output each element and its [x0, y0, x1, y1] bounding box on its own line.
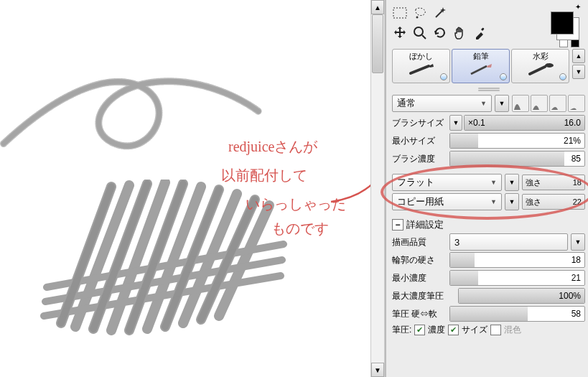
svg-line-25 — [471, 66, 487, 74]
slider-value: 85 — [571, 154, 581, 164]
hard-soft-slider[interactable]: 58 — [449, 306, 585, 322]
param-label: ブラシ濃度 — [392, 153, 449, 165]
pressure-curve-1[interactable] — [512, 95, 529, 112]
watercolor-thumb-icon — [526, 62, 555, 77]
swap-colors-icon[interactable]: ✦ — [575, 3, 581, 11]
pressure-label: 筆圧: — [392, 324, 411, 336]
quality-dropdown[interactable]: 3 — [449, 233, 568, 251]
quality-options[interactable]: ▼ — [571, 233, 585, 251]
rotate-icon[interactable] — [432, 25, 448, 41]
annotation-line1: redjuiceさんが — [228, 138, 317, 155]
pencil-thumb-icon — [467, 62, 495, 77]
eyedropper-icon[interactable] — [472, 25, 488, 41]
param-label: 最大濃度筆圧 — [392, 290, 458, 302]
pressure-curve-4[interactable] — [568, 95, 585, 112]
canvas[interactable]: redjuiceさんが 以前配付して いらっしゃった ものです — [0, 0, 382, 377]
brush-tab-label: ぼかし — [409, 51, 433, 62]
pressure-curve-2[interactable] — [531, 95, 548, 112]
texture-group: フラット ▼ ▼ 強さ 18 コピー用紙 ▼ ▼ 強さ 22 — [391, 169, 587, 215]
texture-options[interactable]: ▼ — [505, 193, 519, 210]
color-swatches[interactable]: ✦ — [546, 4, 579, 50]
brush-tab-watercolor[interactable]: 水彩 — [511, 49, 569, 83]
brush-tab-pencil[interactable]: 鉛筆 — [452, 49, 510, 83]
brush-size-options[interactable]: ▼ — [449, 115, 462, 131]
brush-shape-dropdown[interactable]: フラット ▼ — [392, 174, 502, 191]
brush-shape-strength-slider[interactable]: 強さ 18 — [522, 174, 585, 190]
vertical-scrollbar[interactable]: ▲ ▼ — [370, 0, 385, 377]
quality-value: 3 — [454, 237, 459, 248]
brush-shape-value: フラット — [397, 176, 434, 189]
hand-drawn-circle — [381, 164, 588, 220]
zoom-icon[interactable] — [412, 25, 428, 41]
texture-value: コピー用紙 — [397, 195, 444, 208]
param-quality: 描画品質 3 ▼ — [392, 234, 585, 250]
slider-value: 18 — [571, 255, 581, 265]
min-density-slider[interactable]: 21 — [449, 270, 585, 286]
param-label: 描画品質 — [392, 236, 449, 248]
svg-point-21 — [414, 27, 423, 36]
svg-point-27 — [545, 63, 554, 68]
brush-tab-label: 水彩 — [533, 51, 549, 62]
param-max-density-pressure: 最大濃度筆圧 100% — [392, 288, 585, 304]
density-slider[interactable]: 85 — [449, 151, 585, 167]
checkbox-density[interactable]: ✔ — [414, 325, 425, 335]
brush-size-slider[interactable]: ×0.116.0 — [464, 115, 585, 131]
param-edge-hardness: 輪郭の硬さ 18 — [392, 252, 585, 268]
scroll-up-button[interactable]: ▲ — [371, 0, 384, 14]
magic-wand-icon[interactable] — [432, 5, 448, 21]
tab-scroll-up[interactable]: ▲ — [572, 49, 585, 63]
svg-point-19 — [416, 17, 419, 19]
checkbox-size[interactable]: ✔ — [448, 325, 459, 335]
water-drop-icon — [500, 73, 507, 80]
foreground-color-swatch[interactable] — [551, 11, 574, 34]
chevron-down-icon: ▼ — [480, 100, 487, 107]
brush-tab-blur[interactable]: ぼかし — [392, 49, 450, 83]
min-size-slider[interactable]: 21% — [449, 133, 585, 149]
scroll-down-button[interactable]: ▼ — [371, 363, 384, 377]
svg-line-22 — [422, 35, 426, 39]
param-density: ブラシ濃度 85 — [392, 151, 585, 167]
tab-scroll-down[interactable]: ▼ — [572, 65, 585, 79]
texture-strength-slider[interactable]: 強さ 22 — [522, 194, 585, 210]
tool-panel: ✦ ぼかし 鉛筆 — [385, 0, 588, 377]
slider-value: 21 — [571, 273, 581, 283]
param-hard-soft: 筆圧 硬⇔軟 58 — [392, 306, 585, 322]
lasso-select-icon[interactable] — [412, 5, 428, 21]
checkbox-size-label: サイズ — [462, 324, 487, 336]
mini-slider-value: 22 — [573, 197, 582, 206]
mini-slider-value: 18 — [573, 178, 582, 187]
mini-slider-label: 強さ — [526, 197, 541, 208]
param-min-density: 最小濃度 21 — [392, 270, 585, 286]
rect-select-icon[interactable] — [392, 5, 408, 21]
slider-value: 58 — [571, 309, 581, 319]
hand-icon[interactable] — [452, 25, 468, 41]
blend-mode-dropdown[interactable]: 通常 ▼ — [392, 95, 492, 112]
pressure-curve-3[interactable] — [549, 95, 566, 112]
pressure-curve-icons[interactable] — [512, 95, 585, 112]
max-density-pressure-slider[interactable]: 100% — [458, 288, 585, 304]
mini-slider-label: 強さ — [526, 177, 541, 188]
slider-value: 16.0 — [564, 118, 581, 128]
svg-line-23 — [411, 66, 429, 73]
move-icon[interactable] — [392, 25, 408, 41]
param-label: 輪郭の硬さ — [392, 254, 449, 266]
param-label: 最小濃度 — [392, 272, 449, 284]
advanced-settings-label: 詳細設定 — [406, 218, 444, 231]
advanced-settings-header[interactable]: − 詳細設定 — [392, 218, 585, 231]
brush-shape-options[interactable]: ▼ — [505, 174, 519, 191]
edge-hardness-slider[interactable]: 18 — [449, 252, 585, 268]
texture-dropdown[interactable]: コピー用紙 ▼ — [392, 193, 502, 210]
brush-stroke-loop — [0, 43, 266, 151]
checkbox-blend[interactable] — [490, 325, 501, 335]
blend-mode-value: 通常 — [397, 97, 416, 110]
slider-value: 21% — [564, 136, 581, 146]
scroll-thumb[interactable] — [372, 14, 383, 73]
collapse-icon[interactable]: − — [392, 219, 403, 231]
water-drop-icon — [559, 73, 566, 80]
blend-mode-options[interactable]: ▼ — [495, 95, 509, 112]
panel-gripper[interactable] — [478, 88, 500, 92]
slider-left: ×0.1 — [468, 118, 485, 128]
param-label: 筆圧 硬⇔軟 — [392, 308, 449, 320]
chevron-down-icon: ▼ — [490, 198, 497, 205]
checkbox-blend-label: 混色 — [504, 324, 521, 336]
